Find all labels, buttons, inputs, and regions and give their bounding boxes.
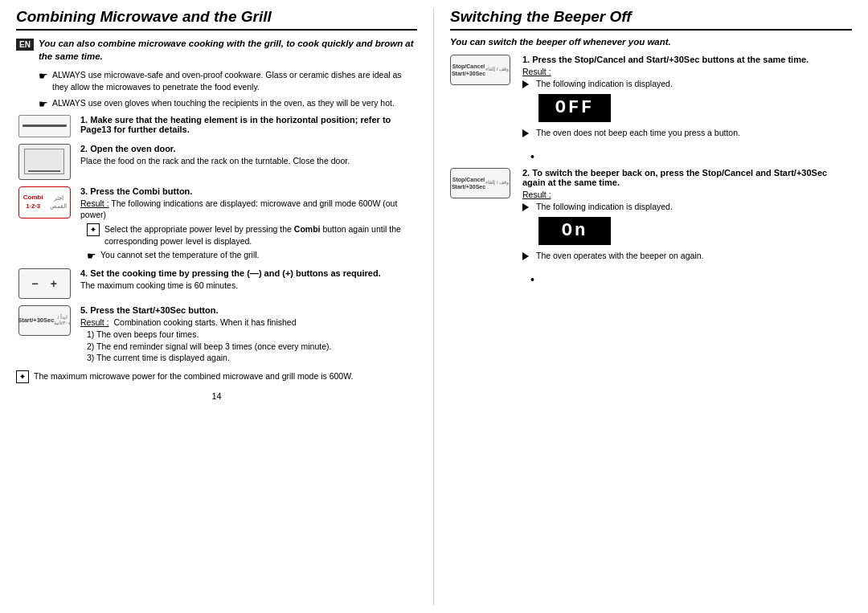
note-icon: ✦ — [16, 370, 29, 383]
step-4-extra: The maximum cooking time is 60 minutes. — [80, 280, 417, 292]
timer-image: − + — [18, 268, 71, 299]
diamond-icon-1 — [522, 80, 533, 88]
right-intro: You can switch the beeper off whenever y… — [450, 37, 852, 47]
right-result-label-2: Result : — [522, 190, 551, 199]
sub-text-2: You cannot set the temperature of the gr… — [100, 249, 260, 261]
bullet-text-1: ALWAYS use microwave-safe and oven-proof… — [52, 69, 417, 92]
plus-btn-image: + — [51, 277, 57, 290]
start-button-image: Start/+30Secابدأ / +٣٠ثانية — [18, 305, 71, 336]
right-section-title: Switching the Beeper Off — [450, 8, 852, 31]
result-item-3: 3) The current time is displayed again. — [87, 352, 417, 364]
step-1-content: 1. Make sure that the heating element is… — [80, 115, 417, 136]
display-off: OFF — [538, 94, 611, 122]
right-step-2-row: Stop/CancelStart/+30Secوقف / إلغاء 2. To… — [450, 168, 852, 265]
right-diamond-extra-1: The oven does not beep each time you pre… — [522, 127, 852, 139]
microwave-icon: ☛ — [39, 70, 48, 82]
right-diamond-text-1: The following indication is displayed. — [536, 78, 673, 90]
right-diamond-text-2: The following indication is displayed. — [536, 201, 673, 213]
right-step-2-number: 2. To switch the beeper back on, press t… — [522, 168, 852, 187]
result-item-0: Combination cooking starts. When it has … — [113, 317, 296, 327]
diamond-icon-2 — [522, 203, 533, 211]
diamond-icon-extra-2 — [522, 252, 533, 260]
step-5-image: Start/+30Secابدأ / +٣٠ثانية — [16, 305, 72, 336]
result-label-3: Result : — [80, 198, 109, 208]
step-4-row: − + 4. Set the cooking time by pressing … — [16, 268, 417, 299]
right-diamond-1: The following indication is displayed. — [522, 78, 852, 90]
en-badge: EN — [16, 39, 34, 51]
display-on: On — [538, 217, 611, 245]
stop-cancel-image: Stop/CancelStart/+30Secوقف / إلغاء — [450, 55, 510, 85]
step-5-result: Result : Combination cooking starts. Whe… — [80, 317, 417, 329]
rack-image — [18, 115, 71, 137]
bullet-section: ☛ ALWAYS use microwave-safe and oven-pro… — [39, 69, 417, 109]
result-text-3: The following indications are displayed:… — [80, 198, 397, 220]
left-intro-text: You can also combine microwave cooking w… — [39, 37, 417, 63]
step-4-content: 4. Set the cooking time by pressing the … — [80, 268, 417, 292]
right-extra-text-2: The oven operates with the beeper on aga… — [536, 250, 703, 262]
step-2-content: 2. Open the oven door. Place the food on… — [80, 144, 417, 167]
result-item-1: 1) The oven beeps four times. — [87, 329, 417, 341]
minus-btn-image: − — [31, 277, 38, 290]
right-result-label-1: Result : — [522, 67, 551, 76]
steps-section: 1. Make sure that the heating element is… — [16, 115, 417, 365]
right-step-2-result: Result : — [522, 189, 852, 201]
note-text: The maximum microwave power for the comb… — [34, 370, 353, 382]
sub-text-1: Select the appropriate power level by pr… — [104, 223, 417, 247]
step-3-row: Combi 1·2·3اختر القمص 3. Press the Combi… — [16, 186, 417, 263]
intro-box: EN You can also combine microwave cookin… — [16, 37, 417, 63]
right-step-1-number: 1. Press the Stop/Cancel and Start/+30Se… — [522, 55, 852, 64]
right-extra-text-1: The oven does not beep each time you pre… — [536, 127, 740, 139]
step-5-row: Start/+30Secابدأ / +٣٠ثانية 5. Press the… — [16, 305, 417, 364]
right-step-2-content: 2. To switch the beeper back on, press t… — [522, 168, 852, 265]
step-3-content: 3. Press the Combi button. Result : The … — [80, 186, 417, 263]
oven-image — [18, 144, 71, 180]
step-3-image: Combi 1·2·3اختر القمص — [16, 186, 72, 219]
step-5-number: 5. Press the Start/+30Sec button. — [80, 305, 417, 315]
step-2-number: 2. Open the oven door. — [80, 144, 417, 153]
step-3-sub2: ☛ You cannot set the temperature of the … — [87, 249, 417, 262]
stop-cancel-image-2: Stop/CancelStart/+30Secوقف / إلغاء — [450, 168, 510, 198]
page: Combining Microwave and the Grill EN You… — [0, 0, 868, 613]
diamond-icon-extra-1 — [522, 129, 533, 137]
section-bullet: • — [530, 150, 852, 163]
left-column: Combining Microwave and the Grill EN You… — [16, 8, 434, 605]
bullet-item-1: ☛ ALWAYS use microwave-safe and oven-pro… — [39, 69, 417, 92]
bullet-item-2: ☛ ALWAYS use oven gloves when touching t… — [39, 97, 417, 110]
page-number: 14 — [16, 391, 417, 401]
oven-inner — [24, 149, 64, 174]
left-section-title: Combining Microwave and the Grill — [16, 8, 417, 31]
info-icon-1: ✦ — [87, 223, 100, 236]
step-1-text: Make sure that the heating element is in… — [80, 115, 391, 134]
result-label-5: Result : — [80, 317, 109, 327]
step-3-number: 3. Press the Combi button. — [80, 186, 417, 196]
right-step-1-image: Stop/CancelStart/+30Secوقف / إلغاء — [450, 55, 514, 85]
step-2-row: 2. Open the oven door. Place the food on… — [16, 144, 417, 180]
bottom-bullet: • — [530, 273, 852, 286]
note-row: ✦ The maximum microwave power for the co… — [16, 370, 417, 383]
step-5-content: 5. Press the Start/+30Sec button. Result… — [80, 305, 417, 364]
oven-shelf — [28, 170, 60, 172]
right-diamond-extra-2: The oven operates with the beeper on aga… — [522, 250, 852, 262]
combi-button-image: Combi 1·2·3اختر القمص — [18, 186, 71, 219]
right-step-2-image: Stop/CancelStart/+30Secوقف / إلغاء — [450, 168, 514, 198]
right-step-1-result: Result : — [522, 66, 852, 78]
step-1-image — [16, 115, 72, 137]
right-column: Switching the Beeper Off You can switch … — [434, 8, 852, 605]
step-3-sub1: ✦ Select the appropriate power level by … — [87, 223, 417, 247]
step-3-result: Result : The following indications are d… — [80, 198, 417, 221]
step-4-number: 4. Set the cooking time by pressing the … — [80, 268, 417, 278]
temp-icon: ☛ — [87, 250, 96, 262]
step-1-row: 1. Make sure that the heating element is… — [16, 115, 417, 137]
glove-icon: ☛ — [39, 98, 48, 110]
step-1-number: 1. Make sure that the heating element is… — [80, 115, 417, 134]
result-item-2: 2) The end reminder signal will beep 3 t… — [87, 341, 417, 353]
step-2-extra: Place the food on the rack and the rack … — [80, 155, 417, 167]
bullet-text-2: ALWAYS use oven gloves when touching the… — [52, 97, 395, 109]
right-step-1-row: Stop/CancelStart/+30Secوقف / إلغاء 1. Pr… — [450, 55, 852, 142]
step-2-image — [16, 144, 72, 180]
step-4-image: − + — [16, 268, 72, 299]
right-step-1-content: 1. Press the Stop/Cancel and Start/+30Se… — [522, 55, 852, 142]
right-diamond-2: The following indication is displayed. — [522, 201, 852, 213]
